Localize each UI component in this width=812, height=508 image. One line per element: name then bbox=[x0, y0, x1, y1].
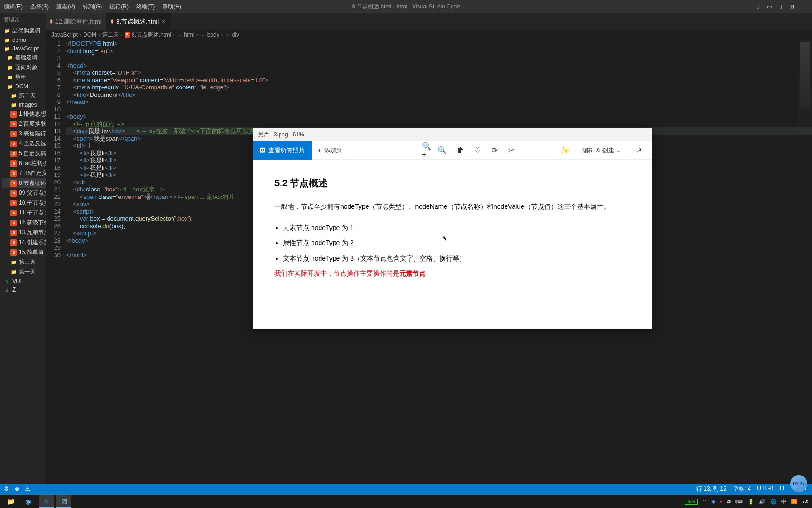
battery-indicator[interactable]: 89% bbox=[685, 499, 698, 505]
tree-item[interactable]: 514.创建添加... bbox=[2, 238, 46, 247]
clock[interactable]: 20: bbox=[802, 500, 808, 504]
minimap[interactable] bbox=[798, 40, 812, 134]
menu-go[interactable]: 转到(G) bbox=[79, 3, 106, 11]
tray-up-icon[interactable]: ⌃ bbox=[703, 499, 707, 505]
layout-panel-icon[interactable]: ⊞ bbox=[788, 2, 796, 11]
layout-right-icon[interactable]: ▯ bbox=[776, 2, 785, 11]
tree-item[interactable]: 54.全选反选.ht... bbox=[2, 139, 46, 149]
file-explorer-icon[interactable]: 📁 bbox=[3, 495, 18, 508]
code-line[interactable]: <!DOCTYPE html> bbox=[66, 40, 812, 48]
tree-item[interactable]: 52.百度换肤效... bbox=[2, 119, 46, 129]
tree-item[interactable]: 513.兄弟节点.h... bbox=[2, 228, 46, 238]
tree-item[interactable]: 📁品优购案例 bbox=[2, 26, 46, 36]
remote-icon[interactable]: ⚙ bbox=[4, 485, 9, 492]
add-to-button[interactable]: ＋ 添加到 bbox=[312, 146, 347, 155]
tree-item[interactable]: 📁第三天 bbox=[2, 257, 46, 267]
crumb[interactable]: JavaScript bbox=[51, 32, 78, 38]
crumb[interactable]: 8.节点概述.html bbox=[132, 31, 171, 39]
ime-indicator[interactable]: 中 bbox=[781, 498, 787, 505]
tree-item[interactable]: 57.H5自定义属... bbox=[2, 168, 46, 178]
tree-item[interactable]: 58.节点概述.ht... bbox=[2, 178, 46, 188]
layout-bottom-icon[interactable]: ▭ bbox=[765, 2, 773, 11]
breadcrumb[interactable]: JavaScript› DOM› 第二天› 58.节点概述.html› ⬦htm… bbox=[46, 30, 812, 40]
tree-item[interactable]: 515.简单留言... bbox=[2, 247, 46, 257]
tree-item[interactable]: 📁DOM bbox=[2, 82, 46, 91]
battery-icon[interactable]: 🔋 bbox=[748, 499, 754, 505]
tab-1[interactable]: 5 8.节点概述.html × bbox=[107, 13, 171, 30]
menu-view[interactable]: 查看(V) bbox=[53, 3, 79, 11]
code-line[interactable]: <head> bbox=[66, 62, 812, 70]
warning-icon[interactable]: ⚠ bbox=[25, 485, 30, 492]
see-all-photos-button[interactable]: 🖼 查看所有照片 bbox=[253, 141, 312, 160]
menu-run[interactable]: 运行(R) bbox=[106, 3, 133, 11]
network-icon[interactable]: 🌐 bbox=[770, 499, 777, 505]
crumb[interactable]: body bbox=[207, 32, 219, 38]
share-icon[interactable]: ↗ bbox=[634, 146, 643, 155]
menu-selection[interactable]: 选择(S) bbox=[26, 3, 53, 11]
keyboard-icon[interactable]: ⌨ bbox=[735, 499, 743, 505]
tree-item[interactable]: 512.新浪下拉... bbox=[2, 218, 46, 228]
encoding-status[interactable]: UTF-8 bbox=[757, 485, 773, 493]
tree-item[interactable]: 📁第一天 bbox=[2, 267, 46, 277]
crumb[interactable]: div bbox=[232, 32, 239, 38]
code-line[interactable]: <!-- 节点的优点 --> bbox=[66, 120, 812, 128]
menu-terminal[interactable]: 终端(T) bbox=[133, 3, 158, 11]
magic-icon[interactable]: ✨ bbox=[561, 146, 569, 155]
tree-item[interactable]: 56.tab栏切换.h... bbox=[2, 159, 46, 168]
photos-titlebar[interactable]: 照片 - 3.png 61% bbox=[253, 128, 652, 141]
heart-icon[interactable]: ♡ bbox=[473, 146, 482, 155]
edge-icon[interactable]: ◉ bbox=[21, 495, 36, 508]
code-line[interactable]: <body> bbox=[66, 113, 812, 120]
code-line[interactable] bbox=[66, 106, 812, 113]
close-icon[interactable]: × bbox=[162, 18, 165, 25]
tree-item[interactable]: 📁数组 bbox=[2, 72, 46, 82]
menu-help[interactable]: 帮助(H) bbox=[158, 3, 185, 11]
tray-icon[interactable]: ♦ bbox=[720, 499, 723, 504]
code-line[interactable]: <meta http-equiv="X-UA-Compatible" conte… bbox=[66, 84, 812, 91]
crop-icon[interactable]: ✂ bbox=[507, 146, 515, 155]
cursor-position[interactable]: 行 13, 列 12 bbox=[696, 485, 726, 493]
zoom-in-icon[interactable]: 🔍+ bbox=[422, 146, 431, 155]
tree-item[interactable]: 51.排他思想.ht... bbox=[2, 109, 46, 119]
code-line[interactable]: <title>Document</title> bbox=[66, 91, 812, 99]
photos-app-icon[interactable]: ▨ bbox=[56, 495, 71, 508]
sogou-icon[interactable]: S bbox=[791, 499, 797, 504]
code-line[interactable]: </head> bbox=[66, 98, 812, 106]
crumb[interactable]: DOM bbox=[83, 32, 96, 38]
tree-item[interactable]: 📁面向对象 bbox=[2, 63, 46, 72]
layout-left-icon[interactable]: ▯ bbox=[754, 2, 762, 11]
more-icon[interactable]: ⋯ bbox=[37, 16, 42, 23]
code-line[interactable]: <meta name="viewport" content="width=dev… bbox=[66, 77, 812, 84]
tree-item[interactable]: 📁images bbox=[2, 101, 46, 109]
rotate-icon[interactable]: ⟳ bbox=[490, 146, 499, 155]
volume-icon[interactable]: 🔊 bbox=[759, 499, 765, 505]
timer-badge[interactable]: 04:27 bbox=[790, 475, 807, 492]
tree-item[interactable]: ZZ bbox=[2, 286, 46, 294]
tree-item[interactable]: 53.表格隔行变... bbox=[2, 129, 46, 139]
eol-status[interactable]: LF bbox=[780, 485, 786, 493]
delete-icon[interactable]: 🗑 bbox=[456, 146, 465, 155]
tree-item[interactable]: 509-父节点操... bbox=[2, 188, 46, 198]
crumb[interactable]: 第二天 bbox=[102, 31, 119, 39]
error-icon[interactable]: ⊗ bbox=[15, 485, 19, 492]
tree-item[interactable]: 📁JavaScript bbox=[2, 44, 46, 53]
minimize-all-icon[interactable]: ⧉ bbox=[727, 499, 731, 505]
code-line[interactable] bbox=[66, 55, 812, 62]
edit-create-button[interactable]: 编辑 & 创建 ⌄ bbox=[578, 146, 626, 155]
tree-item[interactable]: 📁基础逻辑 bbox=[2, 53, 46, 63]
tree-item[interactable]: 55.自定义属性... bbox=[2, 149, 46, 159]
menu-edit[interactable]: 编辑(E) bbox=[0, 3, 26, 11]
tab-0[interactable]: 5 12.删除事件.html bbox=[46, 13, 107, 30]
vscode-icon[interactable]: ≋ bbox=[39, 495, 54, 508]
code-line[interactable]: <html lang="en"> bbox=[66, 48, 812, 55]
tree-item[interactable]: 511.子节点 第... bbox=[2, 208, 46, 218]
tree-item[interactable]: VVUE bbox=[2, 277, 46, 286]
tray-icon[interactable]: ◆ bbox=[711, 499, 715, 505]
code-line[interactable]: <meta charset="UTF-8"> bbox=[66, 69, 812, 77]
tree-item[interactable]: 📁第二天 bbox=[2, 91, 46, 101]
window-minimize-icon[interactable]: — bbox=[799, 2, 807, 11]
zoom-out-icon[interactable]: 🔍- bbox=[439, 146, 448, 155]
indent-status[interactable]: 空格: 4 bbox=[733, 485, 750, 493]
tree-item[interactable]: 510.子节点操... bbox=[2, 198, 46, 208]
tree-item[interactable]: 📁demo bbox=[2, 36, 46, 44]
